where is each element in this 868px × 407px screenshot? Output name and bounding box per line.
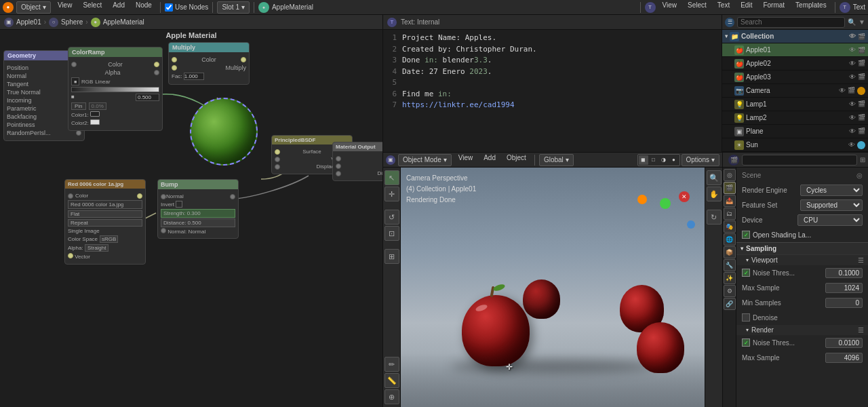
measure-tool[interactable]: 📏 bbox=[384, 373, 399, 388]
lamp2-view-icon[interactable]: 👁 bbox=[849, 114, 856, 121]
outliner-lamp2[interactable]: 💡 Lamp2 👁 🎬 bbox=[722, 111, 868, 125]
apple03-view-icon[interactable]: 👁 bbox=[849, 73, 856, 81]
scene-props-icon[interactable]: ◎ bbox=[724, 169, 736, 181]
apple02-view-icon[interactable]: 👁 bbox=[849, 60, 856, 67]
add-menu[interactable]: Add bbox=[108, 1, 129, 14]
zoom-tool[interactable]: 🔍 bbox=[707, 170, 722, 185]
viewport-add-menu[interactable]: Add bbox=[479, 154, 500, 166]
viewport-subpanel[interactable]: ▾ Viewport ☰ bbox=[736, 255, 868, 265]
node-texture[interactable]: Red 0006 color 1a.jpg Color Red 0006 col… bbox=[64, 179, 146, 265]
particles-icon[interactable]: ✨ bbox=[724, 272, 736, 284]
select-menu-left[interactable]: Select bbox=[79, 1, 106, 14]
object-mode-dropdown[interactable]: Object Mode ▾ bbox=[398, 154, 452, 166]
apple02-render-icon[interactable]: 🎬 bbox=[858, 60, 865, 67]
apple01-view-icon[interactable]: 👁 bbox=[849, 46, 856, 54]
viewport-min-samples-input[interactable] bbox=[825, 298, 863, 308]
viewport-noise-checkbox[interactable]: ✓ bbox=[742, 269, 750, 277]
options-btn[interactable]: Options ▾ bbox=[682, 154, 719, 166]
wireframe-mode-btn[interactable]: □ bbox=[649, 155, 658, 165]
mode-dropdown[interactable]: Object ▾ bbox=[16, 1, 51, 14]
render-icon-btn[interactable]: 🎬 bbox=[728, 155, 739, 166]
text-editor-content[interactable]: 1Project Name: Apples. 2Created by: Chri… bbox=[383, 30, 722, 152]
outliner-sun[interactable]: ☀ Sun 👁 bbox=[722, 138, 868, 152]
viewport-object-menu[interactable]: Object bbox=[502, 154, 530, 166]
format-menu[interactable]: Format bbox=[759, 1, 789, 14]
scene-settings-icon[interactable]: 🎭 bbox=[724, 220, 736, 233]
edit-menu[interactable]: Edit bbox=[736, 1, 756, 14]
device-dropdown[interactable]: CPU GPU Compute bbox=[797, 214, 863, 226]
camera-view-icon[interactable]: 👁 bbox=[839, 87, 846, 95]
render-noise-checkbox[interactable]: ✓ bbox=[742, 338, 750, 347]
outliner-camera[interactable]: 📷 Camera 👁 🎬 bbox=[722, 84, 868, 98]
rotate-tool[interactable]: ↺ bbox=[384, 210, 399, 225]
camera-render-icon[interactable]: 🎬 bbox=[848, 87, 855, 95]
viewport-noise-input[interactable] bbox=[825, 268, 863, 278]
view-menu-right[interactable]: View bbox=[658, 1, 682, 14]
open-shading-checkbox[interactable]: ✓ bbox=[742, 231, 750, 239]
view-layer-icon[interactable]: 🗂 bbox=[724, 208, 736, 220]
collection-row[interactable]: ▾ 📁 Collection 👁 🎬 bbox=[722, 30, 868, 43]
constraints-icon[interactable]: 🔗 bbox=[724, 298, 736, 310]
viewport-view-menu[interactable]: View bbox=[454, 154, 477, 166]
plane-render-icon[interactable]: 🎬 bbox=[858, 128, 865, 135]
move-tool[interactable]: ✛ bbox=[384, 187, 399, 201]
render-noise-input[interactable] bbox=[825, 338, 863, 348]
pan-tool[interactable]: ✋ bbox=[707, 187, 722, 201]
outliner-apple03[interactable]: 🍎 Apple03 👁 🎬 bbox=[722, 71, 868, 84]
world-icon[interactable]: 🌐 bbox=[724, 233, 736, 246]
plane-view-icon[interactable]: 👁 bbox=[849, 128, 856, 135]
render-props-icon[interactable]: 🎬 bbox=[724, 182, 736, 194]
collection-render-icon[interactable]: 🎬 bbox=[858, 33, 865, 40]
object-props-icon[interactable]: 📦 bbox=[724, 246, 736, 258]
outliner-search[interactable] bbox=[737, 17, 845, 28]
select-menu-right[interactable]: Select bbox=[684, 1, 711, 14]
collection-view-icon[interactable]: 👁 bbox=[849, 33, 856, 40]
annotate-tool[interactable]: ✏ bbox=[384, 357, 399, 372]
render-max-sample-input[interactable] bbox=[825, 353, 863, 363]
material-mode-btn[interactable]: ◑ bbox=[659, 155, 669, 165]
add-tool[interactable]: ⊕ bbox=[384, 389, 399, 404]
render-arrow: ▾ bbox=[741, 327, 749, 333]
lamp1-render-icon[interactable]: 🎬 bbox=[858, 100, 865, 108]
solid-mode-btn[interactable]: ◼ bbox=[639, 155, 648, 165]
scale-tool[interactable]: ⊡ bbox=[384, 226, 399, 241]
apple01-render-icon[interactable]: 🎬 bbox=[858, 47, 865, 54]
render-engine-dropdown[interactable]: Cycles EEVEE Workbench bbox=[800, 185, 863, 196]
orientation-dropdown[interactable]: Global ▾ bbox=[539, 154, 574, 166]
separator-mid bbox=[640, 2, 641, 13]
denoise-checkbox[interactable] bbox=[742, 313, 750, 322]
modifier-icon[interactable]: 🔧 bbox=[724, 259, 736, 271]
transform-tool[interactable]: ⊞ bbox=[384, 249, 399, 264]
sampling-section-header[interactable]: ▾ Sampling bbox=[736, 242, 868, 255]
view-menu-left[interactable]: View bbox=[54, 1, 77, 14]
lamp1-view-icon[interactable]: 👁 bbox=[849, 100, 856, 108]
viewport-max-sample-label: Max Sample bbox=[742, 284, 823, 292]
outliner-plane[interactable]: ▣ Plane 👁 🎬 bbox=[722, 125, 868, 138]
node-colorramp[interactable]: ColorRamp Color Alpha ■ RGB bbox=[68, 47, 163, 131]
outliner-apple01[interactable]: 🍎 Apple01 👁 🎬 bbox=[722, 43, 868, 57]
props-search[interactable] bbox=[742, 155, 857, 166]
feature-set-dropdown[interactable]: Supported Experimental bbox=[800, 199, 863, 211]
apple03-render-icon[interactable]: 🎬 bbox=[858, 73, 865, 81]
node-menu[interactable]: Node bbox=[132, 1, 156, 14]
render-mode-btn[interactable]: ● bbox=[669, 155, 679, 165]
props-content: ◎ 🎬 📤 🗂 🎭 🌐 📦 🔧 ✨ ⚙ 🔗 bbox=[723, 168, 868, 407]
use-nodes-checkbox[interactable] bbox=[165, 3, 173, 12]
node-bump[interactable]: Bump Normal Invert Strength: 0.300 bbox=[157, 179, 239, 239]
slot-dropdown[interactable]: Slot 1 ▾ bbox=[217, 1, 250, 14]
text-menu[interactable]: Text bbox=[713, 1, 734, 14]
lamp2-render-icon[interactable]: 🎬 bbox=[858, 114, 865, 121]
orbit-tool[interactable]: ↻ bbox=[707, 210, 722, 225]
templates-menu[interactable]: Templates bbox=[791, 1, 831, 14]
output-props-icon[interactable]: 📤 bbox=[724, 195, 736, 207]
physics-icon[interactable]: ⚙ bbox=[724, 285, 736, 297]
viewport-list-icon: ☰ bbox=[858, 256, 864, 264]
node-multiply[interactable]: Multiply Color Multiply Fac: bbox=[168, 42, 250, 85]
sun-view-icon[interactable]: 👁 bbox=[848, 141, 855, 149]
render-subpanel[interactable]: ▾ Render ☰ bbox=[736, 325, 868, 335]
outliner-lamp1[interactable]: 💡 Lamp1 👁 🎬 bbox=[722, 98, 868, 111]
cursor-tool[interactable]: ↖ bbox=[384, 170, 399, 185]
viewport-max-sample-input[interactable] bbox=[825, 283, 863, 293]
node-material-output[interactable]: Material Output Surface Volume Displacem… bbox=[332, 142, 382, 181]
outliner-apple02[interactable]: 🍎 Apple02 👁 🎬 bbox=[722, 57, 868, 71]
